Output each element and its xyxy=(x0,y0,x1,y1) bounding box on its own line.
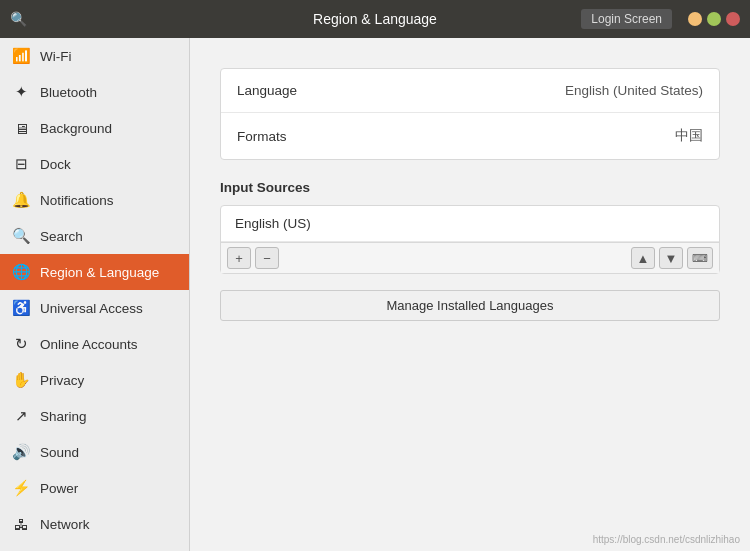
universal-access-icon: ♿ xyxy=(12,299,30,317)
privacy-icon: ✋ xyxy=(12,371,30,389)
sidebar-item-label: Region & Language xyxy=(40,265,159,280)
sidebar: 📶 Wi-Fi ✦ Bluetooth 🖥 Background ⊟ Dock … xyxy=(0,38,190,551)
sidebar-item-sound[interactable]: 🔊 Sound xyxy=(0,434,189,470)
sidebar-item-online-accounts[interactable]: ↻ Online Accounts xyxy=(0,326,189,362)
language-label: Language xyxy=(237,83,565,98)
input-source-item[interactable]: English (US) xyxy=(221,206,719,242)
remove-input-source-button[interactable]: − xyxy=(255,247,279,269)
online-accounts-icon: ↻ xyxy=(12,335,30,353)
close-button[interactable] xyxy=(726,12,740,26)
power-icon: ⚡ xyxy=(12,479,30,497)
keyboard-icon: ⌨ xyxy=(692,252,708,265)
sidebar-item-wifi[interactable]: 📶 Wi-Fi xyxy=(0,38,189,74)
language-row[interactable]: Language English (United States) xyxy=(221,69,719,113)
sidebar-item-label: Background xyxy=(40,121,112,136)
sidebar-item-label: Power xyxy=(40,481,78,496)
sidebar-item-devices[interactable]: 🖨 Devices › xyxy=(0,542,189,551)
watermark: https://blog.csdn.net/csdnlizhihao xyxy=(593,534,740,545)
sidebar-item-label: Network xyxy=(40,517,90,532)
keyboard-layout-button[interactable]: ⌨ xyxy=(687,247,713,269)
titlebar-search-area[interactable]: 🔍 xyxy=(10,11,27,27)
network-icon: 🖧 xyxy=(12,515,30,533)
titlebar-right: Login Screen xyxy=(581,9,740,29)
sidebar-item-network[interactable]: 🖧 Network xyxy=(0,506,189,542)
formats-row[interactable]: Formats 中国 xyxy=(221,113,719,159)
sidebar-item-label: Dock xyxy=(40,157,71,172)
sidebar-item-label: Sound xyxy=(40,445,79,460)
bluetooth-icon: ✦ xyxy=(12,83,30,101)
language-value: English (United States) xyxy=(565,83,703,98)
content-area: Language English (United States) Formats… xyxy=(190,38,750,551)
move-up-button[interactable]: ▲ xyxy=(631,247,655,269)
sidebar-item-label: Wi-Fi xyxy=(40,49,71,64)
app-body: 📶 Wi-Fi ✦ Bluetooth 🖥 Background ⊟ Dock … xyxy=(0,38,750,551)
sidebar-item-label: Search xyxy=(40,229,83,244)
dock-icon: ⊟ xyxy=(12,155,30,173)
sidebar-item-label: Notifications xyxy=(40,193,114,208)
sidebar-item-label: Universal Access xyxy=(40,301,143,316)
language-formats-card: Language English (United States) Formats… xyxy=(220,68,720,160)
move-down-button[interactable]: ▼ xyxy=(659,247,683,269)
sidebar-item-label: Sharing xyxy=(40,409,87,424)
search-sidebar-icon: 🔍 xyxy=(12,227,30,245)
search-icon: 🔍 xyxy=(10,11,27,27)
add-input-source-button[interactable]: + xyxy=(227,247,251,269)
formats-label: Formats xyxy=(237,129,675,144)
sidebar-item-background[interactable]: 🖥 Background xyxy=(0,110,189,146)
sidebar-item-universal-access[interactable]: ♿ Universal Access xyxy=(0,290,189,326)
sharing-icon: ↗ xyxy=(12,407,30,425)
input-sources-title: Input Sources xyxy=(220,180,720,195)
region-icon: 🌐 xyxy=(12,263,30,281)
background-icon: 🖥 xyxy=(12,119,30,137)
sidebar-item-label: Privacy xyxy=(40,373,84,388)
sidebar-item-sharing[interactable]: ↗ Sharing xyxy=(0,398,189,434)
sidebar-item-label: Bluetooth xyxy=(40,85,97,100)
formats-value: 中国 xyxy=(675,127,703,145)
notifications-icon: 🔔 xyxy=(12,191,30,209)
sidebar-item-bluetooth[interactable]: ✦ Bluetooth xyxy=(0,74,189,110)
login-screen-button[interactable]: Login Screen xyxy=(581,9,672,29)
manage-installed-languages-button[interactable]: Manage Installed Languages xyxy=(220,290,720,321)
window-controls xyxy=(688,12,740,26)
minimize-button[interactable] xyxy=(688,12,702,26)
sidebar-item-power[interactable]: ⚡ Power xyxy=(0,470,189,506)
input-sources-box: English (US) + − ▲ ▼ ⌨ xyxy=(220,205,720,274)
titlebar-title: Region & Language xyxy=(313,11,437,27)
input-sources-toolbar: + − ▲ ▼ ⌨ xyxy=(221,242,719,273)
sidebar-item-privacy[interactable]: ✋ Privacy xyxy=(0,362,189,398)
maximize-button[interactable] xyxy=(707,12,721,26)
sidebar-item-notifications[interactable]: 🔔 Notifications xyxy=(0,182,189,218)
up-down-group: ▲ ▼ xyxy=(631,247,683,269)
wifi-icon: 📶 xyxy=(12,47,30,65)
titlebar: 🔍 Region & Language Login Screen xyxy=(0,0,750,38)
sidebar-item-dock[interactable]: ⊟ Dock xyxy=(0,146,189,182)
sidebar-item-region-language[interactable]: 🌐 Region & Language xyxy=(0,254,189,290)
sidebar-item-search[interactable]: 🔍 Search xyxy=(0,218,189,254)
sound-icon: 🔊 xyxy=(12,443,30,461)
sidebar-item-label: Online Accounts xyxy=(40,337,138,352)
